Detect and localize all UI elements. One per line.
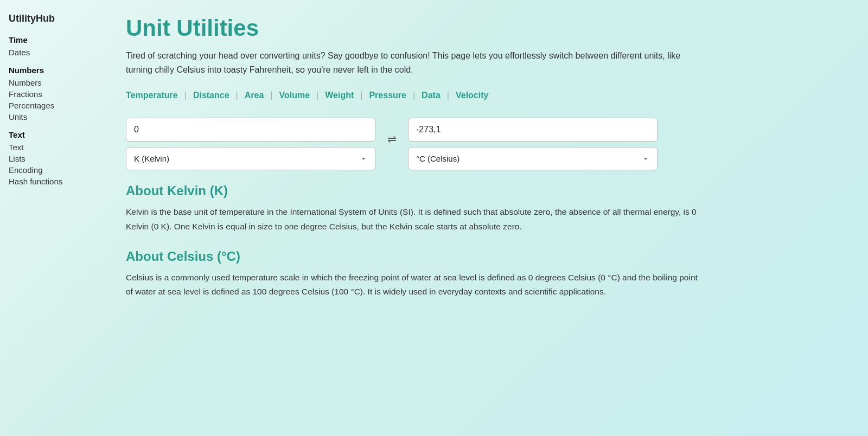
tab-sep-4: | (316, 91, 318, 100)
tab-velocity[interactable]: Velocity (456, 88, 488, 102)
sidebar-item-lists[interactable]: Lists (9, 153, 100, 164)
main-content: Unit Utilities Tired of scratching your … (108, 0, 868, 436)
tab-pressure[interactable]: Pressure (369, 88, 406, 102)
sidebar: UtilityHub Time Dates Numbers Numbers Fr… (0, 0, 108, 436)
converter-select-from[interactable]: K (Kelvin) °C (Celsius) °F (Fahrenheit) … (126, 147, 375, 170)
sidebar-section-numbers: Numbers (9, 66, 100, 75)
about-kelvin-text: Kelvin is the base unit of temperature i… (126, 205, 701, 234)
page-title: Unit Utilities (126, 15, 842, 41)
tab-sep-5: | (360, 91, 362, 100)
sidebar-section-text: Text (9, 130, 100, 139)
tab-sep-2: | (236, 91, 238, 100)
tabs-bar: Temperature | Distance | Area | Volume |… (126, 88, 842, 102)
converter-right-panel: °C (Celsius) K (Kelvin) °F (Fahrenheit) … (408, 118, 658, 170)
swap-button[interactable]: ⇌ (375, 132, 408, 156)
about-celsius-title: About Celsius (°C) (126, 249, 842, 264)
converter-row: K (Kelvin) °C (Celsius) °F (Fahrenheit) … (126, 118, 842, 170)
tab-data[interactable]: Data (422, 88, 441, 102)
sidebar-item-percentages[interactable]: Percentages (9, 100, 100, 111)
tab-sep-6: | (413, 91, 415, 100)
sidebar-item-units[interactable]: Units (9, 111, 100, 123)
sidebar-logo[interactable]: UtilityHub (9, 13, 100, 24)
tab-sep-7: | (447, 91, 449, 100)
converter-left-panel: K (Kelvin) °C (Celsius) °F (Fahrenheit) … (126, 118, 375, 170)
about-celsius-text: Celsius is a commonly used temperature s… (126, 271, 701, 299)
tab-temperature[interactable]: Temperature (126, 88, 178, 102)
sidebar-item-hash-functions[interactable]: Hash functions (9, 176, 100, 187)
tab-area[interactable]: Area (245, 88, 264, 102)
about-kelvin-section: About Kelvin (K) Kelvin is the base unit… (126, 183, 842, 234)
about-celsius-section: About Celsius (°C) Celsius is a commonly… (126, 249, 842, 299)
sidebar-item-encoding[interactable]: Encoding (9, 164, 100, 176)
sidebar-item-fractions[interactable]: Fractions (9, 88, 100, 100)
sidebar-item-text[interactable]: Text (9, 142, 100, 153)
tab-sep-3: | (270, 91, 272, 100)
about-kelvin-title: About Kelvin (K) (126, 183, 842, 198)
sidebar-section-time: Time (9, 35, 100, 44)
sidebar-item-dates[interactable]: Dates (9, 47, 100, 58)
tab-distance[interactable]: Distance (193, 88, 229, 102)
tab-volume[interactable]: Volume (279, 88, 310, 102)
converter-input-to[interactable] (408, 118, 658, 142)
tab-weight[interactable]: Weight (325, 88, 354, 102)
converter-input-from[interactable] (126, 118, 375, 142)
tab-sep-1: | (184, 91, 187, 100)
sidebar-item-numbers[interactable]: Numbers (9, 77, 100, 88)
converter-select-to[interactable]: °C (Celsius) K (Kelvin) °F (Fahrenheit) … (408, 147, 658, 170)
page-description: Tired of scratching your head over conve… (126, 49, 701, 76)
